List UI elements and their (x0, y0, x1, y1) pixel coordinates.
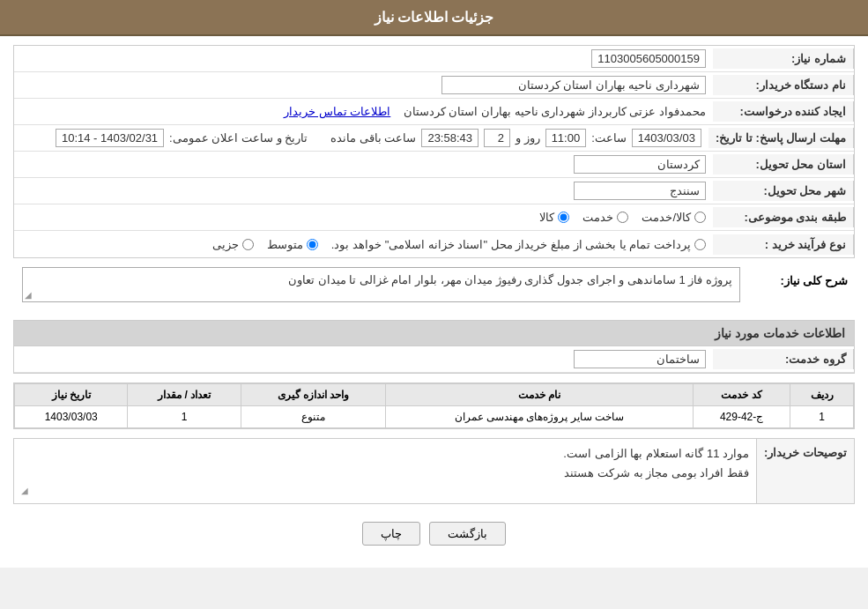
ijadKonande-value: محمدفواد عزتی کاربرداز شهرداری ناحیه بها… (14, 101, 713, 122)
mohlat-label: مهلت ارسال پاسخ: تا تاریخ: (708, 128, 854, 148)
col-tarikh: تاریخ نیاز (15, 384, 128, 406)
radio-kala[interactable]: کالا (539, 211, 569, 224)
services-table-wrapper: ردیف کد خدمت نام خدمت واحد اندازه گیری ت… (13, 382, 855, 429)
mohlat-row: مهلت ارسال پاسخ: تا تاریخ: 1403/03/03 سا… (14, 125, 854, 152)
shahr-label: شهر محل تحویل: (713, 181, 854, 201)
time-label: ساعت: (591, 131, 627, 145)
mohlat-value: 1403/03/03 ساعت: 11:00 روز و 2 23:58:43 … (14, 125, 708, 151)
khedamat-section-title: اطلاعات خدمات مورد نیاز (13, 320, 855, 345)
radio-jozi[interactable]: جزیی (212, 238, 254, 251)
col-vahed: واحد اندازه گیری (241, 384, 385, 406)
radio-kala-khedmat[interactable]: کالا/خدمت (642, 211, 706, 224)
sharh-kolli-section: شرح کلی نیاز: پروژه فاز 1 ساماندهی و اجر… (13, 267, 855, 311)
tabaqebandi-label: طبقه بندی موضوعی: (713, 207, 854, 227)
resize-handle: ◢ (25, 290, 32, 300)
notes-section: توصیحات خریدار: موارد 11 گانه استعلام به… (13, 438, 855, 504)
notes-label: توصیحات خریدار: (756, 439, 854, 503)
ijadKonande-row: ایجاد کننده درخواست: محمدفواد عزتی کاربر… (14, 99, 854, 125)
grooh-label: گروه خدمت: (713, 349, 854, 369)
col-tedad: تعداد / مقدار (128, 384, 241, 406)
rooz-label: روز و (516, 131, 540, 145)
tabaqebandi-value: کالا/خدمت خدمت کالا (14, 207, 713, 227)
radio-motavasset[interactable]: متوسط (267, 238, 318, 251)
notes-line2: فقط افراد بومی مجاز به شرکت هستند (21, 464, 749, 483)
shomareNiaz-value: 1103005605000159 (14, 46, 713, 71)
table-row: 1 ج-42-429 ساخت سایر پروژه‌های مهندسی عم… (15, 406, 854, 428)
saat-mande-label: ساعت باقی مانده (330, 131, 416, 145)
cell-tedad: 1 (128, 406, 241, 428)
notes-resize: ◢ (21, 483, 749, 498)
notes-line1: موارد 11 گانه استعلام بها الزامی است. (21, 444, 749, 464)
grooh-value: ساختمان (14, 346, 713, 372)
namDastgah-row: نام دستگاه خریدار: شهرداری ناحیه بهاران … (14, 72, 854, 99)
cell-nam: ساخت سایر پروژه‌های مهندسی عمران (386, 406, 694, 428)
namDastgah-value: شهرداری ناحیه بهاران استان کردستان (14, 72, 713, 98)
service-section: گروه خدمت: ساختمان (13, 345, 855, 374)
col-nam: نام خدمت (386, 384, 694, 406)
ostan-row: استان محل تحویل: کردستان (14, 152, 854, 178)
ijadKonande-label: ایجاد کننده درخواست: (713, 101, 854, 122)
info-section: شماره نیاز: 1103005605000159 نام دستگاه … (13, 45, 855, 258)
cell-kod: ج-42-429 (693, 406, 790, 428)
cell-vahed: متنوع (241, 406, 385, 428)
farayand-asnad-text: پرداخت تمام یا بخشی از مبلغ خریداز محل "… (331, 238, 691, 251)
farayand-value: پرداخت تمام یا بخشی از مبلغ خریداز محل "… (14, 234, 713, 255)
chap-button[interactable]: چاپ (362, 522, 420, 546)
radio-khedmat[interactable]: خدمت (582, 211, 628, 224)
namDastgah-label: نام دستگاه خریدار: (713, 75, 854, 95)
tabaqebandi-row: طبقه بندی موضوعی: کالا/خدمت خدمت (14, 204, 854, 231)
page-header: جزئیات اطلاعات نیاز (0, 0, 868, 36)
col-radif: ردیف (790, 384, 854, 406)
sharh-kolli-content: پروژه فاز 1 ساماندهی و اجرای جدول گذاری … (13, 267, 749, 311)
shahr-row: شهر محل تحویل: سنندج (14, 178, 854, 204)
notes-content: موارد 11 گانه استعلام بها الزامی است. فق… (14, 439, 756, 503)
page-title: جزئیات اطلاعات نیاز (375, 10, 494, 25)
grooh-row: گروه خدمت: ساختمان (14, 346, 854, 373)
shomareNiaz-label: شماره نیاز: (713, 48, 854, 69)
radio-asnad[interactable]: پرداخت تمام یا بخشی از مبلغ خریداز محل "… (331, 238, 706, 251)
cell-radif: 1 (790, 406, 854, 428)
taarikh-elaan-label: تاریخ و ساعت اعلان عمومی: (169, 131, 308, 145)
ostan-value: کردستان (14, 152, 713, 177)
ostan-label: استان محل تحویل: (713, 154, 854, 175)
table-header-row: ردیف کد خدمت نام خدمت واحد اندازه گیری ت… (15, 384, 854, 406)
sharh-kolli-label: شرح کلی نیاز: (749, 267, 855, 287)
col-kod: کد خدمت (693, 384, 790, 406)
cell-tarikh: 1403/03/03 (15, 406, 128, 428)
farayand-label: نوع فرآیند خرید : (713, 234, 854, 255)
sharh-kolli-box: پروژه فاز 1 ساماندهی و اجرای جدول گذاری … (22, 267, 740, 302)
shomareNiaz-row: شماره نیاز: 1103005605000159 (14, 46, 854, 72)
farayand-row: نوع فرآیند خرید : پرداخت تمام یا بخشی از… (14, 231, 854, 257)
services-table: ردیف کد خدمت نام خدمت واحد اندازه گیری ت… (14, 383, 854, 428)
buttons-row: بازگشت چاپ (13, 513, 855, 559)
tamas-kharidaar-link[interactable]: اطلاعات تماس خریدار (284, 105, 390, 118)
bazgasht-button[interactable]: بازگشت (429, 522, 506, 546)
shahr-value: سنندج (14, 178, 713, 204)
